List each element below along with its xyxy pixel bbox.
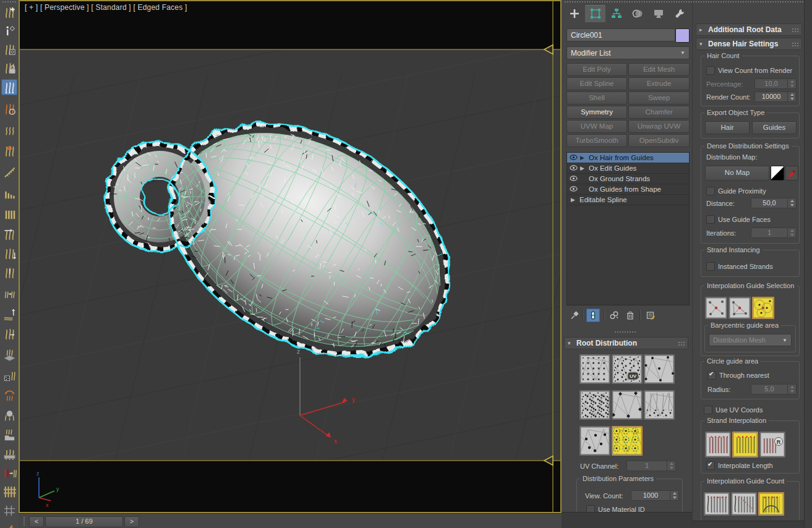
surface-comb-icon[interactable]	[1, 427, 17, 443]
radius-value[interactable]: 5,0	[751, 385, 787, 394]
mesh-from-strands-icon[interactable]	[1, 465, 17, 481]
distance-spinner[interactable]: 50,0	[751, 198, 797, 208]
lock-guides-icon[interactable]	[1, 60, 17, 76]
object-name-field[interactable]: Circle001	[566, 28, 675, 41]
interpolate-length-checkbox[interactable]: Interpolate Length	[706, 461, 773, 470]
previous-frame-button[interactable]: <	[29, 516, 44, 527]
viewport-label[interactable]: [ + ] [ Perspective ] [ Standard ] [ Edg…	[25, 3, 187, 12]
sweep-button[interactable]: Sweep	[628, 92, 690, 104]
render-count-value[interactable]: 10000	[755, 92, 787, 101]
stack-item-ox-hair-from-guides[interactable]: ▶ Ox Hair from Guides	[567, 153, 689, 163]
edit-guides-grid-icon[interactable]	[1, 502, 17, 518]
curl-strands-icon[interactable]	[1, 122, 17, 138]
through-nearest-checkbox[interactable]: Through nearest	[707, 371, 769, 380]
checkbox-box[interactable]	[706, 461, 715, 470]
ground-strands-icon[interactable]	[1, 346, 17, 362]
map-assign-button[interactable]	[785, 166, 798, 181]
spinner-arrows-icon[interactable]	[787, 228, 796, 237]
stack-item-ox-edit-guides[interactable]: ▶ Ox Edit Guides	[567, 163, 689, 174]
hair-from-guides-icon[interactable]	[1, 79, 17, 95]
eye-icon[interactable]	[570, 175, 577, 182]
rotate-strands-icon[interactable]	[1, 387, 17, 403]
spinner-arrows-icon[interactable]	[787, 92, 796, 101]
edit-poly-button[interactable]: Edit Poly	[566, 63, 627, 76]
panel-drag-handle[interactable]	[564, 1, 809, 3]
braid-strands-icon[interactable]	[1, 143, 17, 159]
random-area-distribution-button[interactable]	[579, 390, 610, 420]
guide-based-distribution-button[interactable]	[612, 426, 643, 456]
one-guide-count-button[interactable]	[704, 492, 730, 516]
stack-item-ox-ground-strands[interactable]: Ox Ground Strands	[567, 174, 689, 184]
guide-proximity-checkbox[interactable]: Guide Proximity	[706, 187, 766, 195]
symmetry-button[interactable]: Symmetry	[566, 106, 627, 119]
no-map-button[interactable]: No Map	[705, 166, 769, 181]
tab-create[interactable]	[564, 5, 584, 22]
distance-value[interactable]: 50,0	[751, 198, 787, 208]
checkbox-box[interactable]	[704, 406, 712, 414]
expand-arrow-icon[interactable]: ▶	[580, 155, 586, 161]
eye-icon[interactable]	[570, 185, 577, 193]
viewport-canvas[interactable]: z y x	[19, 0, 562, 513]
strand-gravity-icon[interactable]	[1, 245, 17, 262]
checkbox-box[interactable]	[706, 215, 715, 224]
uvw-map-button[interactable]: UVW Map	[566, 120, 627, 133]
view-count-value[interactable]: 1000	[631, 491, 670, 500]
toolbar-drag-handle[interactable]	[2, 1, 17, 3]
edit-spline-button[interactable]: Edit Spline	[566, 77, 627, 90]
map-output-swatch[interactable]	[771, 166, 784, 181]
face-center-distribution-button[interactable]	[579, 426, 610, 456]
additional-root-data-rollout[interactable]: ▸ Additional Root Data	[696, 23, 802, 36]
spinner-arrows-icon[interactable]	[787, 79, 796, 88]
strand-thickness-icon[interactable]	[1, 206, 17, 222]
lift-strands-icon[interactable]	[1, 306, 17, 322]
tab-display[interactable]	[648, 5, 669, 22]
expand-arrow-icon[interactable]: ▶	[571, 197, 576, 203]
rotation-interpolation-button[interactable]: R	[759, 432, 785, 458]
percentage-value[interactable]: 10,0	[755, 79, 787, 88]
strand-symmetry-icon[interactable]	[1, 265, 17, 281]
face-corner-distribution-button[interactable]	[612, 390, 643, 420]
modifier-list-dropdown[interactable]: Modifier List ▼	[566, 46, 690, 59]
eye-icon[interactable]	[570, 154, 577, 161]
time-slider[interactable]: 1 / 69	[45, 516, 123, 527]
use-uv-coords-checkbox[interactable]: Use UV Coords	[704, 406, 763, 414]
instanced-strands-checkbox[interactable]: Instanced Strands	[706, 262, 773, 271]
extrude-button[interactable]: Extrude	[628, 77, 690, 90]
percentage-spinner[interactable]: 10,0	[754, 79, 797, 89]
tab-utilities[interactable]	[669, 5, 690, 22]
spinner-arrows-icon[interactable]	[670, 491, 678, 500]
animate-strands-icon[interactable]	[1, 518, 17, 528]
use-guide-faces-checkbox[interactable]: Use Guide Faces	[706, 215, 771, 224]
guides-from-hair-icon[interactable]	[1, 101, 17, 117]
view-count-spinner[interactable]: 1000	[631, 490, 679, 501]
push-strands-icon[interactable]	[1, 226, 17, 242]
shell-button[interactable]: Shell	[566, 92, 627, 104]
make-unique-icon[interactable]	[607, 309, 621, 322]
two-guide-count-button[interactable]	[731, 492, 757, 516]
eye-icon[interactable]	[570, 164, 577, 172]
pin-stack-icon[interactable]	[568, 309, 581, 322]
export-guides-button[interactable]: Guides	[752, 121, 797, 134]
uv-channel-value[interactable]: 1	[627, 461, 667, 471]
chamfer-button[interactable]: Chamfer	[628, 106, 690, 119]
tab-modify[interactable]	[585, 5, 605, 22]
circle-guides-button[interactable]	[752, 297, 774, 319]
strand-dynamics-icon[interactable]	[1, 407, 17, 423]
stack-item-ox-guides-from-shape[interactable]: Ox Guides from Shape	[567, 184, 689, 195]
spinner-arrows-icon[interactable]	[787, 198, 796, 208]
strand-detail-icon[interactable]	[1, 367, 17, 383]
turbosmooth-button[interactable]: TurboSmooth	[566, 134, 627, 147]
next-frame-button[interactable]: >	[124, 516, 139, 527]
comb-strands-icon[interactable]	[1, 164, 17, 180]
spinner-arrows-icon[interactable]	[787, 385, 796, 394]
opensubdiv-button[interactable]: OpenSubdiv	[628, 134, 690, 147]
checkbox-box[interactable]	[706, 187, 715, 195]
tab-hierarchy[interactable]	[606, 5, 626, 22]
polar-interpolation-button[interactable]	[732, 432, 758, 458]
iterations-spinner[interactable]: 1	[751, 228, 797, 238]
rollout-resize-handle[interactable]	[614, 331, 636, 333]
barycentric-guides-button[interactable]	[729, 297, 751, 319]
three-guide-count-button[interactable]	[758, 492, 784, 516]
uv-channel-spinner[interactable]: 1	[626, 461, 676, 471]
spinner-arrows-icon[interactable]	[667, 461, 675, 471]
